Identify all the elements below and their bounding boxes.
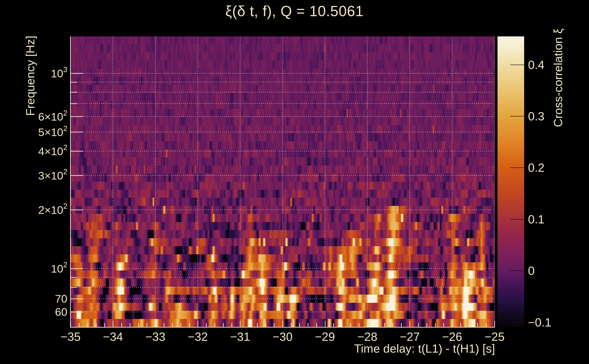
x-minor-tick	[384, 323, 385, 327]
x-major-tick	[494, 321, 495, 327]
y-tick-label: 102	[51, 262, 68, 275]
x-minor-tick	[206, 323, 207, 327]
x-minor-tick	[486, 323, 487, 327]
x-major-tick	[367, 321, 368, 327]
y-tick-label-base: 70	[55, 292, 67, 305]
x-major-tick	[197, 321, 198, 327]
x-minor-tick	[316, 323, 317, 327]
x-minor-tick	[333, 323, 334, 327]
y-tick-label: 3×102	[38, 169, 67, 182]
x-minor-tick	[172, 323, 173, 327]
x-tick-label: −27	[400, 330, 420, 344]
y-tick-label: 5×102	[38, 126, 67, 139]
y-major-tick	[71, 116, 83, 117]
x-minor-tick	[350, 323, 351, 327]
x-major-tick	[155, 321, 156, 327]
x-tick-label: −35	[60, 330, 81, 344]
y-tick-label: 2×102	[38, 203, 67, 216]
y-major-tick	[71, 151, 83, 151]
x-tick-label: −28	[357, 330, 377, 344]
y-major-tick	[71, 132, 83, 132]
x-major-tick	[325, 321, 326, 327]
x-tick-label: −26	[442, 330, 462, 344]
colorbar-tick-mark	[510, 322, 524, 323]
x-minor-tick	[299, 323, 300, 327]
x-minor-tick	[87, 323, 88, 327]
x-minor-tick	[130, 323, 131, 327]
x-minor-tick	[435, 323, 436, 327]
y-major-tick	[71, 299, 83, 299]
x-tick-label: −29	[315, 330, 335, 344]
x-tick-label: −33	[145, 330, 165, 344]
x-tick-label: −30	[272, 330, 292, 344]
y-tick-label-base: 10	[51, 263, 64, 275]
y-tick-label-exponent: 2	[63, 261, 67, 269]
colorbar-tick-label: 0.3	[528, 110, 544, 123]
x-minor-tick	[214, 323, 215, 327]
y-tick-label-base: 5×10	[38, 126, 63, 138]
colorbar	[497, 36, 524, 327]
x-minor-tick	[469, 323, 470, 327]
y-minor-tick	[71, 287, 77, 288]
x-minor-tick	[104, 323, 105, 327]
x-minor-tick	[138, 323, 139, 327]
x-minor-tick	[180, 323, 181, 327]
y-tick-label-base: 6×10	[38, 110, 63, 123]
x-minor-tick	[342, 323, 342, 327]
colorbar-tick-label: 0	[528, 264, 535, 278]
x-minor-tick	[79, 323, 79, 327]
x-tick-label: −25	[484, 330, 504, 344]
x-minor-tick	[308, 323, 308, 327]
y-tick-label-base: 2×10	[38, 204, 63, 216]
y-tick-label-exponent: 2	[63, 202, 67, 210]
colorbar-tick-mark	[510, 116, 524, 117]
x-minor-tick	[265, 323, 266, 327]
x-tick-label: −34	[103, 330, 123, 344]
x-minor-tick	[359, 323, 359, 327]
y-minor-tick	[71, 103, 77, 104]
qscan-figure: ξ(δ t, f), Q = 10.5061 Frequency [Hz] −3…	[0, 0, 589, 364]
y-tick-label-base: 3×10	[38, 169, 63, 182]
x-minor-tick	[257, 323, 258, 327]
y-minor-tick	[71, 277, 77, 278]
colorbar-ticks	[497, 36, 524, 327]
y-major-tick	[71, 209, 83, 210]
x-minor-tick	[121, 323, 122, 327]
colorbar-tick-label: 0.2	[528, 161, 544, 175]
y-tick-label-base: 4×10	[38, 145, 63, 157]
x-major-tick	[409, 321, 410, 327]
x-minor-tick	[375, 323, 376, 327]
y-tick-label: 60	[55, 306, 67, 318]
y-tick-label: 4×102	[38, 144, 67, 157]
x-minor-tick	[274, 323, 275, 327]
x-minor-tick	[96, 323, 97, 327]
y-axis-line	[70, 36, 71, 328]
axis-ticks-layer	[71, 36, 495, 327]
x-minor-tick	[443, 323, 444, 327]
x-major-tick	[240, 321, 241, 327]
x-minor-tick	[223, 323, 224, 327]
y-minor-tick	[71, 82, 77, 83]
y-major-tick	[71, 73, 83, 74]
colorbar-tick-label: 0.4	[528, 58, 544, 72]
y-tick-label-exponent: 2	[63, 109, 67, 117]
x-minor-tick	[393, 323, 393, 327]
colorbar-tick-mark	[510, 271, 524, 271]
colorbar-tick-mark	[510, 65, 524, 65]
x-major-tick	[113, 321, 113, 327]
x-tick-label: −32	[188, 330, 208, 344]
x-major-tick	[282, 321, 283, 327]
y-tick-label-exponent: 2	[63, 168, 67, 176]
y-tick-label-base: 10	[51, 67, 64, 80]
x-minor-tick	[291, 323, 292, 327]
plot-area	[71, 36, 495, 327]
y-tick-label-exponent: 3	[63, 66, 67, 74]
y-axis-title: Frequency [Hz]	[23, 36, 37, 116]
y-tick-label-exponent: 2	[63, 143, 67, 151]
colorbar-tick-mark	[510, 168, 524, 168]
x-minor-tick	[231, 323, 232, 327]
x-major-tick	[452, 321, 453, 327]
x-minor-tick	[477, 323, 478, 327]
y-tick-label: 6×102	[38, 110, 67, 123]
y-tick-label-exponent: 2	[63, 124, 67, 133]
